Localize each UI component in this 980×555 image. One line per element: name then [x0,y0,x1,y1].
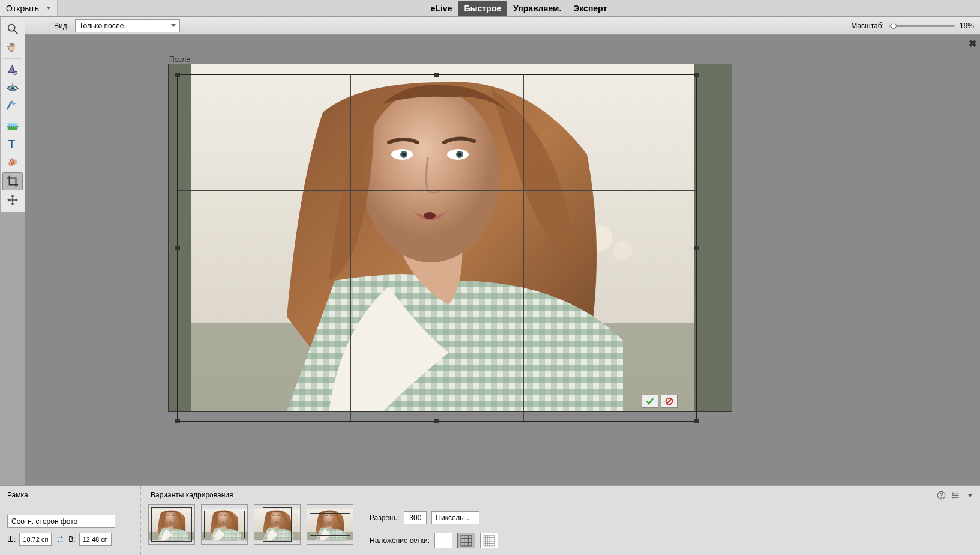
topbar: Открыть eLive Быстрое Управляем. Эксперт [0,0,980,17]
width-label: Ш: [7,535,16,544]
quick-select-tool[interactable] [2,61,23,79]
type-tool[interactable]: T [2,135,23,153]
commit-crop-button[interactable] [642,395,658,408]
crop-variant-thumbnails [148,504,353,545]
panel-right-controls: ▾ [936,490,975,500]
aspect-ratio-value: Соотн. сторон фото [11,517,77,526]
grid-line [178,190,696,191]
checkmark-icon [645,396,655,406]
help-button[interactable] [936,490,946,500]
height-input[interactable] [79,533,112,546]
whiten-tool[interactable] [2,98,23,116]
swap-dimensions-button[interactable] [55,535,65,544]
crop-handle[interactable] [694,419,699,423]
view-select-value: Только после [79,22,124,30]
zoom-tool-icon [6,22,19,35]
canvas-area: ✖ После [25,35,980,485]
dimension-row: Ш: В: [7,533,133,546]
grid-overlay-row: Наложение сетки: [370,533,498,548]
resolution-input[interactable] [404,511,427,524]
crop-handle[interactable] [175,73,180,77]
svg-rect-32 [461,535,472,546]
open-label: Открыть [6,4,39,13]
view-label: Вид: [54,22,69,30]
crop-variant-2[interactable] [201,504,248,545]
cancel-icon [664,396,674,406]
resolution-row: Разреш.: Пикселы... [370,511,498,524]
swap-icon [55,535,65,544]
grid-line [523,75,524,421]
grid-overlay-label: Наложение сетки: [370,536,430,545]
horizon-tool[interactable] [2,117,23,135]
svg-line-16 [14,31,18,34]
open-button[interactable]: Открыть [0,0,58,16]
view-select[interactable]: Только после [75,19,180,32]
type-tool-icon: T [6,138,19,151]
tab-quick[interactable]: Быстрое [458,1,507,16]
list-icon [951,491,960,500]
crop-handle[interactable] [694,246,699,250]
spot-heal-tool-icon [6,156,19,169]
zoom-label: Масштаб: [851,22,884,30]
crop-variant-3[interactable] [254,504,301,545]
svg-point-47 [940,497,941,497]
grid-overlay-thirds[interactable] [457,533,475,548]
grid-overlay-none[interactable] [434,533,452,548]
zoom-slider-thumb[interactable] [891,23,897,29]
svg-point-53 [952,497,952,497]
crop-handle[interactable] [694,73,699,77]
zoom-group: Масштаб: 19% [851,22,974,30]
height-label: В: [68,535,75,544]
svg-point-51 [952,493,952,493]
grid-dense-icon [483,535,495,547]
crop-tool[interactable] [2,172,23,190]
panel-menu-button[interactable]: ▾ [964,490,975,500]
frame-column: Рамка Соотн. сторон фото Ш: В: [0,486,141,555]
crop-handle[interactable] [175,419,180,423]
artboard[interactable] [168,64,732,412]
spot-heal-tool[interactable] [2,154,23,172]
crop-handle[interactable] [175,246,180,250]
tool-options-panel: Рамка Соотн. сторон фото Ш: В: Варианты … [0,485,980,555]
resolution-column: Разреш.: Пикселы... Наложение сетки: [361,486,507,555]
svg-point-19 [11,87,14,89]
tab-expert[interactable]: Эксперт [567,1,613,16]
crop-rectangle[interactable] [177,74,697,422]
resolution-label: Разреш.: [370,514,399,522]
close-panel-button[interactable]: ✖ [969,38,976,49]
tab-guided[interactable]: Управляем. [507,1,567,16]
aspect-ratio-select[interactable]: Соотн. сторон фото [7,515,115,528]
svg-text:T: T [8,138,15,150]
chevron-down-icon [171,24,176,27]
move-tool-icon [6,193,19,207]
redeye-tool[interactable] [2,79,23,97]
crop-handle[interactable] [434,73,439,77]
chevron-down-icon [46,7,51,10]
crop-handle[interactable] [434,419,439,423]
panel-options-button[interactable] [950,490,961,500]
grid-overlay-grid[interactable] [480,533,498,548]
resolution-unit-value: Пикселы... [436,514,471,522]
width-input[interactable] [19,533,52,546]
svg-line-31 [667,399,672,404]
after-label: После [169,55,190,64]
mode-tabs: eLive Быстрое Управляем. Эксперт [425,1,613,16]
hand-tool[interactable] [2,38,23,56]
zoom-slider[interactable] [889,25,955,27]
chevron-down-icon: ▾ [968,491,972,500]
help-icon [937,491,946,500]
tool-palette: T [0,17,25,213]
zoom-tool[interactable] [2,20,23,38]
grid-thirds-icon [460,535,472,547]
hand-tool-icon [6,41,19,54]
crop-variant-4[interactable] [307,504,353,545]
svg-rect-24 [8,123,18,127]
whiten-tool-icon [6,100,19,114]
tab-elive[interactable]: eLive [425,1,458,16]
resolution-unit-select[interactable]: Пикселы... [431,511,479,524]
move-tool[interactable] [2,191,23,209]
grid-line [350,75,351,421]
cancel-crop-button[interactable] [661,395,678,408]
crop-variant-1[interactable] [148,504,195,545]
crop-variants-column: Варианты кадрирования [141,486,361,555]
